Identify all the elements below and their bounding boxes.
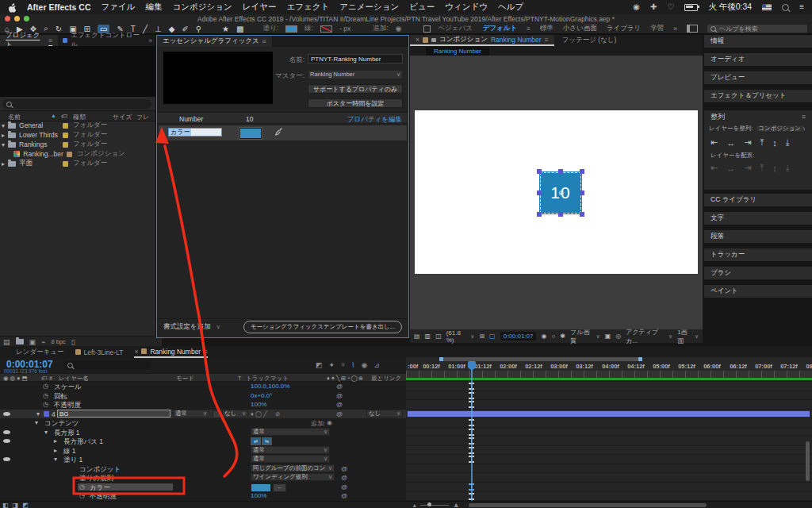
- pickwhip-icon[interactable]: @: [336, 410, 343, 418]
- eye-icon[interactable]: [3, 412, 10, 416]
- exposure-icon[interactable]: ○: [551, 333, 555, 340]
- stopwatch-icon[interactable]: ◷: [43, 401, 48, 408]
- playhead-line[interactable]: [471, 361, 473, 501]
- lock-icon[interactable]: [431, 38, 436, 42]
- property-row-rotation[interactable]: ◷ 回転 0x+0.0° @: [0, 391, 406, 401]
- bit-depth-label[interactable]: 8 bpc: [51, 338, 65, 345]
- magnification-dropdown[interactable]: (61.8 %)∨: [446, 329, 475, 344]
- twirl-open-icon[interactable]: ▾: [2, 141, 5, 148]
- distribute-center-h-icon[interactable]: ↔: [726, 164, 735, 173]
- property-row-opacity[interactable]: ◷ 不透明度 100% @: [0, 400, 406, 410]
- tab-footage[interactable]: フッテージ (なし): [554, 36, 625, 45]
- pickwhip-icon[interactable]: @: [341, 492, 347, 499]
- twirl-closed-icon[interactable]: ▸: [2, 132, 5, 139]
- selection-handle[interactable]: [580, 212, 584, 217]
- tab-left-3line[interactable]: Left-3Line-LT: [75, 348, 124, 356]
- project-row-general[interactable]: ▾ General フォルダー: [0, 121, 155, 130]
- input-language-flag-icon[interactable]: [762, 4, 772, 10]
- path-direction-toggle[interactable]: ⇆: [262, 437, 272, 445]
- horizontal-scrollbar[interactable]: [469, 503, 707, 507]
- stopwatch-icon[interactable]: ◷: [43, 392, 48, 399]
- puppet-pin-tool-icon[interactable]: ⚲: [196, 25, 201, 33]
- graph-editor-icon[interactable]: ⊿: [373, 361, 380, 369]
- snapshot-camera-icon[interactable]: ◉: [541, 333, 546, 340]
- property-row-fill-rule[interactable]: 塗りの規則 ワインディング規則∨ @: [0, 473, 406, 483]
- composite-dropdown[interactable]: 同じグループの前面のコン∨: [251, 464, 335, 472]
- close-tab-icon[interactable]: ×: [416, 36, 419, 44]
- menu-layer[interactable]: レイヤー: [243, 2, 277, 13]
- panel-effects-presets[interactable]: エフェクト＆プリセット: [704, 90, 812, 102]
- twirl-open-icon[interactable]: ▾: [35, 419, 38, 426]
- property-row-scale[interactable]: ◷ スケール 100.0,100.0% @: [0, 382, 406, 391]
- group-row-fill1[interactable]: ▾ 塗り 1 通常∨: [0, 455, 406, 464]
- workspace-tab-standard[interactable]: 標準: [540, 24, 553, 33]
- menu-view[interactable]: ビュー: [409, 2, 435, 13]
- workspace-overflow-icon[interactable]: »: [673, 25, 677, 33]
- menu-window[interactable]: ウィンドウ: [445, 2, 488, 13]
- region-of-interest-icon[interactable]: ▢: [489, 333, 496, 340]
- playhead-handle[interactable]: [468, 361, 476, 368]
- property-value[interactable]: 0x+0.0°: [251, 392, 272, 399]
- frame-blend-icon[interactable]: ⌇: [351, 361, 354, 369]
- blend-mode-dropdown[interactable]: 通常∨: [251, 428, 330, 436]
- zoom-window-button[interactable]: [24, 16, 29, 21]
- twirl-open-icon[interactable]: ▾: [44, 429, 48, 436]
- selection-handle[interactable]: [537, 212, 542, 217]
- panel-cc-libraries[interactable]: CC ライブラリ: [704, 194, 812, 206]
- twirl-open-icon[interactable]: ▾: [2, 122, 5, 129]
- battery-icon[interactable]: [684, 4, 698, 11]
- stopwatch-icon[interactable]: ◷: [43, 383, 48, 390]
- tab-render-queue[interactable]: レンダーキュー: [16, 348, 64, 357]
- align-left-icon[interactable]: ⇤: [710, 137, 718, 148]
- distribute-left-icon[interactable]: ⇤: [710, 163, 718, 173]
- eye-icon[interactable]: [3, 430, 10, 434]
- selected-number-square-layer[interactable]: 10 ⊕: [539, 171, 582, 214]
- property-row-color[interactable]: ◷ カラー ⇔ @: [0, 483, 406, 492]
- fill-rule-dropdown[interactable]: ワインディング規則∨: [251, 473, 335, 481]
- menu-file[interactable]: ファイル: [102, 2, 136, 13]
- eg-export-template-button[interactable]: モーショングラフィックステンプレートを書き出し...: [243, 321, 402, 333]
- pickwhip-icon[interactable]: @: [341, 474, 347, 481]
- align-panel-header[interactable]: 整列≡: [704, 110, 812, 123]
- eg-edit-properties-link[interactable]: プロパティを編集: [347, 115, 402, 125]
- eg-color-rename-input[interactable]: カラー: [168, 128, 222, 137]
- frame-blend-toggle-icon[interactable]: ◨: [13, 502, 19, 508]
- spotlight-icon[interactable]: [782, 4, 789, 11]
- bg-layer-duration-bar[interactable]: [407, 410, 810, 418]
- close-tab-icon[interactable]: ×: [134, 348, 138, 356]
- show-snapshot-icon[interactable]: ▥: [425, 333, 431, 340]
- add-shape-icon[interactable]: ◉: [327, 419, 332, 426]
- panel-info[interactable]: 情報: [704, 35, 812, 48]
- layer-row-bg[interactable]: ▾ 4 BG 通常∨ なし∨ ♦◯╱ ⊘ @ なし∨: [0, 410, 406, 419]
- panel-tracker[interactable]: トラッカー: [704, 248, 812, 261]
- comp-viewer-pasteboard[interactable]: 10 ⊕: [410, 56, 703, 329]
- selection-handle[interactable]: [558, 212, 563, 217]
- selection-handle[interactable]: [580, 190, 584, 195]
- blend-mode-dropdown[interactable]: 通常∨: [251, 455, 330, 463]
- menu-edit[interactable]: 編集: [146, 2, 163, 13]
- property-value[interactable]: 100%: [251, 401, 266, 408]
- stopwatch-icon[interactable]: ◷: [79, 483, 85, 491]
- add-menu-icon[interactable]: ◉: [396, 25, 402, 33]
- tab-composition[interactable]: × コンポジション Ranking Number ≡: [410, 35, 554, 46]
- workspace-tab-small-screen[interactable]: 小さい画面: [563, 24, 597, 33]
- distribute-top-icon[interactable]: ⤒: [760, 163, 764, 173]
- fill-color-swatch[interactable]: [285, 25, 297, 33]
- group-row-rectangle1[interactable]: ▾ 長方形 1 通常∨: [0, 428, 406, 437]
- blend-mode-dropdown[interactable]: 通常∨: [173, 410, 209, 418]
- panel-preview[interactable]: プレビュー: [704, 71, 812, 84]
- selection-handle[interactable]: [537, 169, 542, 174]
- help-search-input[interactable]: ヘルプを検索: [707, 25, 807, 33]
- distribute-center-v-icon[interactable]: ↕: [772, 164, 777, 173]
- tab-project[interactable]: プロジェクト≡: [0, 35, 58, 46]
- menu-clock[interactable]: 火 午後0:34: [708, 2, 752, 13]
- eye-icon[interactable]: [3, 439, 10, 443]
- selection-handle[interactable]: [558, 169, 563, 174]
- menu-animation[interactable]: アニメーション: [339, 2, 399, 13]
- panel-overflow-icon[interactable]: »: [148, 37, 155, 44]
- workspace-tab-default[interactable]: デフォルト: [483, 24, 518, 33]
- align-bottom-icon[interactable]: ⤓: [786, 137, 790, 148]
- status-record-icon[interactable]: ◉: [633, 3, 640, 11]
- expression-toggle-icon[interactable]: ⇔: [273, 483, 286, 492]
- label-color-chip[interactable]: [63, 123, 68, 129]
